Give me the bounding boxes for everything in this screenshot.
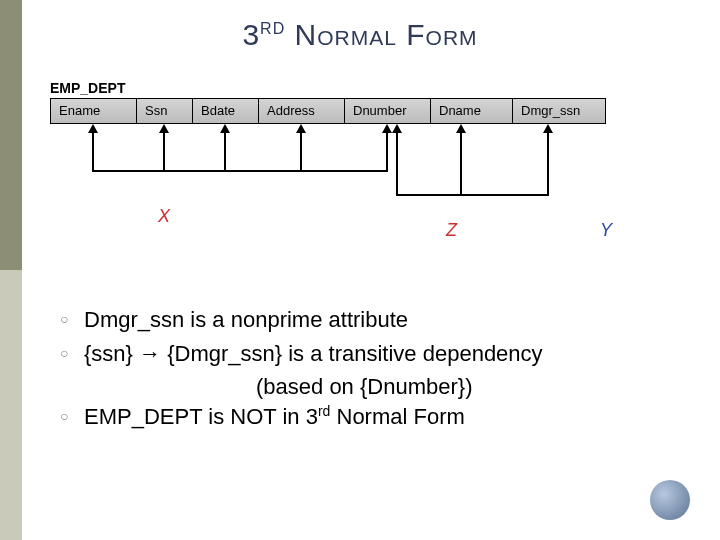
table-name: EMP_DEPT xyxy=(50,80,125,96)
col-dmgrssn: Dmgr_ssn xyxy=(513,99,605,123)
fd-diagram: EMP_DEPT Ename Ssn Bdate Address Dnumber… xyxy=(40,80,690,280)
arrow-up-icon xyxy=(456,124,466,196)
title-post: Normal Form xyxy=(285,18,477,51)
arrow-up-icon xyxy=(543,124,553,196)
table-header-row: Ename Ssn Bdate Address Dnumber Dname Dm… xyxy=(50,98,606,124)
col-dname: Dname xyxy=(431,99,513,123)
arrow-up-icon xyxy=(296,124,306,172)
bullet-text: EMP_DEPT is NOT in 3rd Normal Form xyxy=(84,402,680,432)
arrow-up-icon xyxy=(159,124,169,172)
arrow-up-icon xyxy=(382,124,392,172)
label-x: X xyxy=(158,206,170,227)
bullet-marker-icon: ○ xyxy=(60,305,84,333)
bullet-marker-icon: ○ xyxy=(60,339,84,367)
bullet-item: ○ Dmgr_ssn is a nonprime attribute xyxy=(60,305,680,335)
col-dnumber: Dnumber xyxy=(345,99,431,123)
fd2-line xyxy=(396,194,549,196)
arrow-up-icon xyxy=(220,124,230,172)
bullet-item: ○ EMP_DEPT is NOT in 3rd Normal Form xyxy=(60,402,680,432)
label-z: Z xyxy=(446,220,457,241)
bullet3-a: EMP_DEPT is NOT in 3 xyxy=(84,404,318,429)
title-sup: RD xyxy=(260,20,285,37)
slide: 3RD Normal Form EMP_DEPT Ename Ssn Bdate… xyxy=(0,0,720,540)
bullet-text: {ssn} → {Dmgr_ssn} is a transitive depen… xyxy=(84,339,680,369)
page-title: 3RD Normal Form xyxy=(0,18,720,52)
bullet-marker-icon: ○ xyxy=(60,402,84,430)
accent-stripe xyxy=(0,0,22,540)
label-y: Y xyxy=(600,220,612,241)
col-ssn: Ssn xyxy=(137,99,193,123)
bullet-text: Dmgr_ssn is a nonprime attribute xyxy=(84,305,680,335)
bullet3-b: Normal Form xyxy=(330,404,464,429)
arrow-up-icon xyxy=(392,124,402,196)
decorative-dot-icon xyxy=(650,480,690,520)
bullet-item: ○ {ssn} → {Dmgr_ssn} is a transitive dep… xyxy=(60,339,680,369)
accent-stripe-light xyxy=(0,270,22,540)
fd1-line xyxy=(92,170,388,172)
bullet-subtext: (based on {Dnumber}) xyxy=(60,372,680,402)
bullet-list: ○ Dmgr_ssn is a nonprime attribute ○ {ss… xyxy=(60,305,680,436)
title-pre: 3 xyxy=(242,18,260,51)
col-ename: Ename xyxy=(51,99,137,123)
bullet3-sup: rd xyxy=(318,403,330,419)
arrow-up-icon xyxy=(88,124,98,172)
col-address: Address xyxy=(259,99,345,123)
col-bdate: Bdate xyxy=(193,99,259,123)
